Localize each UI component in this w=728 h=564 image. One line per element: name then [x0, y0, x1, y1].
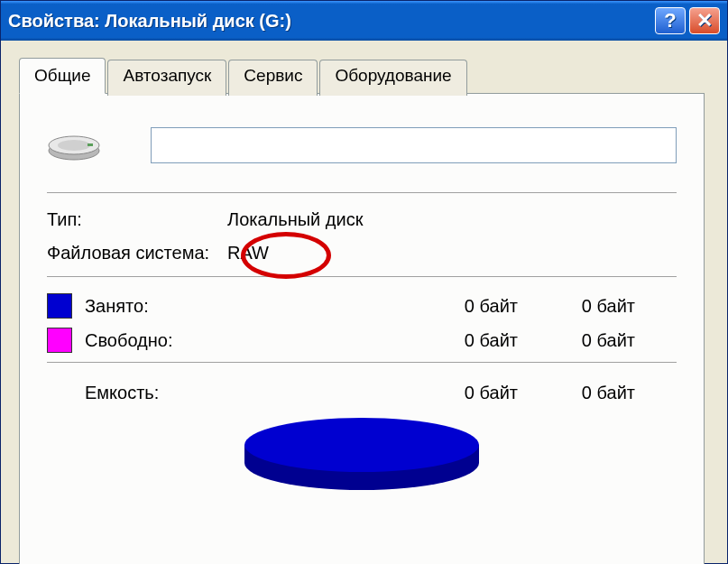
- disk-label-row: [47, 125, 677, 165]
- pie-top: [244, 418, 479, 472]
- tab-strip: Общие Автозапуск Сервис Оборудование: [19, 57, 709, 93]
- svg-rect-3: [88, 143, 93, 146]
- free-space-row: Свободно: 0 байт 0 байт: [47, 328, 677, 353]
- svg-point-2: [58, 140, 90, 151]
- disk-usage-pie-chart: [244, 418, 479, 490]
- tab-general[interactable]: Общие: [19, 58, 106, 94]
- capacity-short: 0 байт: [518, 383, 635, 403]
- close-icon: ✕: [696, 9, 713, 32]
- used-bytes: 0 байт: [364, 296, 518, 317]
- divider: [47, 192, 677, 193]
- capacity-bytes: 0 байт: [364, 383, 518, 403]
- used-short: 0 байт: [518, 296, 635, 317]
- free-label: Свободно:: [85, 330, 364, 351]
- used-space-row: Занято: 0 байт 0 байт: [47, 293, 677, 319]
- type-value: Локальный диск: [227, 209, 363, 230]
- tab-autoplay[interactable]: Автозапуск: [107, 60, 226, 96]
- type-label: Тип:: [47, 209, 227, 230]
- filesystem-label: Файловая система:: [47, 243, 227, 264]
- window-content: Общие Автозапуск Сервис Оборудование: [1, 41, 727, 564]
- free-swatch-icon: [47, 328, 72, 353]
- titlebar[interactable]: Свойства: Локальный диск (G:) ? ✕: [1, 1, 727, 41]
- tab-panel-general: Тип: Локальный диск Файловая система: RA…: [19, 93, 705, 564]
- close-button[interactable]: ✕: [689, 7, 720, 34]
- capacity-label: Емкость:: [47, 383, 364, 403]
- properties-window: Свойства: Локальный диск (G:) ? ✕ Общие …: [0, 0, 728, 564]
- disk-drive-icon: [47, 125, 101, 165]
- used-label: Занято:: [85, 296, 364, 317]
- tab-tools[interactable]: Сервис: [228, 60, 318, 96]
- titlebar-buttons: ? ✕: [655, 7, 720, 34]
- disk-label-input[interactable]: [151, 127, 677, 163]
- free-short: 0 байт: [518, 330, 635, 351]
- tab-hardware[interactable]: Оборудование: [319, 60, 466, 96]
- window-title: Свойства: Локальный диск (G:): [8, 11, 655, 32]
- type-row: Тип: Локальный диск: [47, 209, 677, 230]
- filesystem-value: RAW: [227, 243, 269, 264]
- help-button[interactable]: ?: [655, 7, 686, 34]
- capacity-row: Емкость: 0 байт 0 байт: [47, 383, 677, 403]
- divider: [47, 362, 677, 363]
- used-swatch-icon: [47, 293, 72, 319]
- filesystem-row: Файловая система: RAW: [47, 243, 677, 264]
- free-bytes: 0 байт: [364, 330, 518, 351]
- divider: [47, 276, 677, 277]
